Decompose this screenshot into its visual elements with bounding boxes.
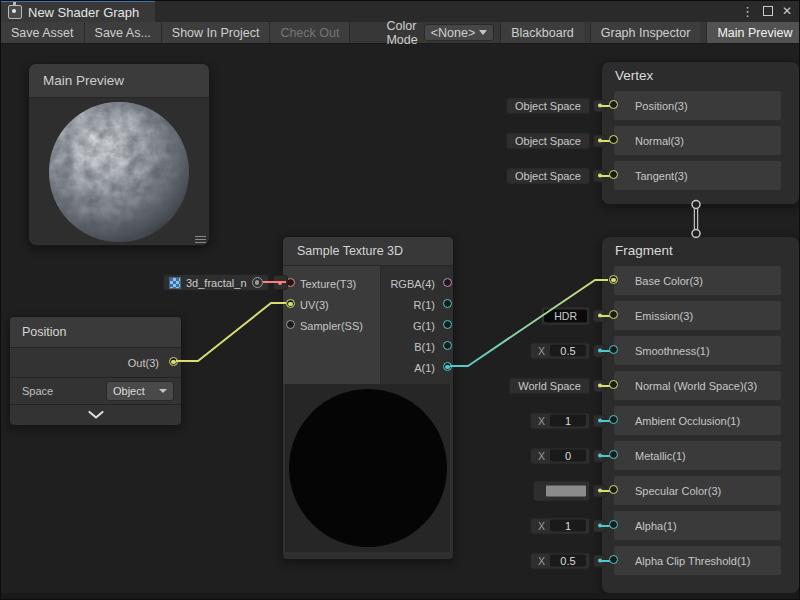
output-b-1: B(1) — [381, 336, 453, 357]
color-mode-label: Color Mode — [380, 22, 423, 43]
texture-property-name: 3d_fractal_n — [186, 277, 247, 289]
port-label: Texture(T3) — [300, 278, 356, 290]
toolbar: Save Asset Save As... Show In Project Ch… — [0, 22, 800, 44]
float-field[interactable]: X0.5 — [530, 552, 590, 569]
float-value[interactable]: 0 — [550, 450, 586, 462]
port-alpha-clip-threshold-1[interactable] — [609, 555, 618, 564]
port-smoothness-1[interactable] — [609, 345, 618, 354]
row-specular-color-3: Specular Color(3) — [614, 476, 781, 505]
row-control: X1 — [530, 517, 606, 534]
float-field[interactable]: X0.5 — [530, 342, 590, 359]
float-value[interactable]: 0.5 — [550, 345, 586, 357]
color-mode-value: <None> — [431, 26, 475, 40]
close-icon[interactable]: ✕ — [782, 5, 792, 17]
save-as-button[interactable]: Save As... — [85, 22, 162, 43]
port-connector[interactable] — [273, 275, 288, 290]
main-preview-body — [29, 98, 209, 245]
color-swatch — [546, 485, 586, 496]
hdr-badge: HDR — [544, 309, 587, 322]
graph-inspector-button[interactable]: Graph Inspector — [590, 22, 701, 43]
float-field[interactable]: X1 — [530, 412, 590, 429]
space-dropdown[interactable]: Object — [106, 381, 174, 401]
port-sampler-ss[interactable] — [286, 320, 295, 329]
float-value[interactable]: 0.5 — [550, 555, 586, 567]
row-control: Object Space — [506, 97, 606, 114]
port-base-color-3[interactable] — [609, 275, 618, 284]
port-normal-world-space-3[interactable] — [609, 380, 618, 389]
row-label: Specular Color(3) — [635, 485, 721, 497]
row-label: Emission(3) — [635, 310, 693, 322]
hdr-color-field[interactable]: HDR — [541, 306, 590, 325]
port-specular-color-3[interactable] — [609, 485, 618, 494]
port-label: B(1) — [414, 341, 435, 353]
row-label: Smoothness(1) — [635, 345, 710, 357]
port-normal-3[interactable] — [609, 135, 618, 144]
texture-property-pill[interactable]: 3d_fractal_n — [163, 274, 269, 291]
texture-icon — [169, 277, 181, 289]
float-field[interactable]: X1 — [530, 517, 590, 534]
wire-position-to-uv[interactable] — [176, 303, 286, 361]
port-alpha-1[interactable] — [609, 520, 618, 529]
float-value[interactable]: 1 — [550, 520, 586, 532]
port-uv-3[interactable] — [286, 299, 295, 308]
port-b-1[interactable] — [443, 341, 452, 350]
enum-dropdown[interactable]: Object Space — [506, 97, 590, 114]
float-field[interactable]: X0 — [530, 447, 590, 464]
port-out-3[interactable] — [169, 357, 178, 366]
save-asset-button[interactable]: Save Asset — [0, 22, 85, 43]
shader-graph-icon — [8, 5, 22, 19]
resize-handle[interactable] — [195, 236, 206, 243]
output-ports: RGBA(4)R(1)G(1)B(1)A(1) — [381, 266, 453, 384]
row-label: Out(3) — [128, 357, 159, 369]
color-field[interactable] — [533, 480, 590, 501]
collapse-chevron-icon[interactable] — [88, 411, 104, 419]
sample-texture-3d-node[interactable]: Sample Texture 3D Texture(T3)UV(3)Sample… — [282, 236, 454, 560]
float-axis-label: X — [538, 520, 545, 532]
input-texture-t3: Texture(T3) — [283, 273, 380, 294]
port-r-1[interactable] — [443, 299, 452, 308]
enum-dropdown[interactable]: World Space — [509, 377, 590, 394]
row-out-3: Out(3) — [10, 347, 181, 377]
port-g-1[interactable] — [443, 320, 452, 329]
collapse-row — [10, 404, 181, 425]
port-label: G(1) — [413, 320, 435, 332]
position-node[interactable]: Position Out(3) Space Object — [9, 316, 182, 426]
main-preview-title: Main Preview — [43, 73, 124, 88]
fragment-node-title: Fragment — [602, 237, 799, 266]
float-value[interactable]: 1 — [550, 415, 586, 427]
vertex-node[interactable]: Vertex Object SpacePosition(3)Object Spa… — [601, 61, 800, 205]
fragment-node[interactable]: Fragment Base Color(3)HDREmission(3)X0.5… — [601, 236, 800, 594]
kebab-menu-icon[interactable]: ⋮ — [741, 5, 754, 18]
row-base-color-3: Base Color(3) — [614, 266, 781, 295]
row-control: X1 — [530, 412, 606, 429]
port-rgba-4[interactable] — [443, 278, 452, 287]
object-picker-icon[interactable] — [252, 277, 263, 288]
port-position-3[interactable] — [609, 100, 618, 109]
port-ambient-occlusion-1[interactable] — [609, 415, 618, 424]
space-row: Space Object — [10, 377, 181, 404]
enum-dropdown[interactable]: Object Space — [506, 167, 590, 184]
main-preview-header[interactable]: Main Preview — [29, 64, 209, 98]
port-label: R(1) — [414, 299, 435, 311]
space-label: Space — [22, 385, 53, 397]
port-metallic-1[interactable] — [609, 450, 618, 459]
port-a-1[interactable] — [443, 362, 452, 371]
row-label: Alpha(1) — [635, 520, 677, 532]
maximize-icon[interactable] — [763, 6, 773, 16]
node-preview-sphere — [289, 389, 447, 547]
port-emission-3[interactable] — [609, 310, 618, 319]
color-mode-dropdown[interactable]: <None> — [424, 24, 494, 41]
row-tangent-3: Object SpaceTangent(3) — [614, 161, 781, 190]
main-preview-button[interactable]: Main Preview — [706, 22, 800, 43]
texture-property: 3d_fractal_n — [163, 274, 288, 291]
shader-graph-tab[interactable]: New Shader Graph — [0, 0, 155, 22]
row-control: Object Space — [506, 132, 606, 149]
blackboard-button[interactable]: Blackboard — [500, 22, 584, 43]
show-in-project-button[interactable]: Show In Project — [162, 22, 271, 43]
row-control: X0 — [530, 447, 606, 464]
position-node-title: Position — [10, 317, 181, 347]
enum-dropdown[interactable]: Object Space — [506, 132, 590, 149]
port-label: RGBA(4) — [390, 278, 435, 290]
port-tangent-3[interactable] — [609, 170, 618, 179]
float-axis-label: X — [538, 345, 545, 357]
